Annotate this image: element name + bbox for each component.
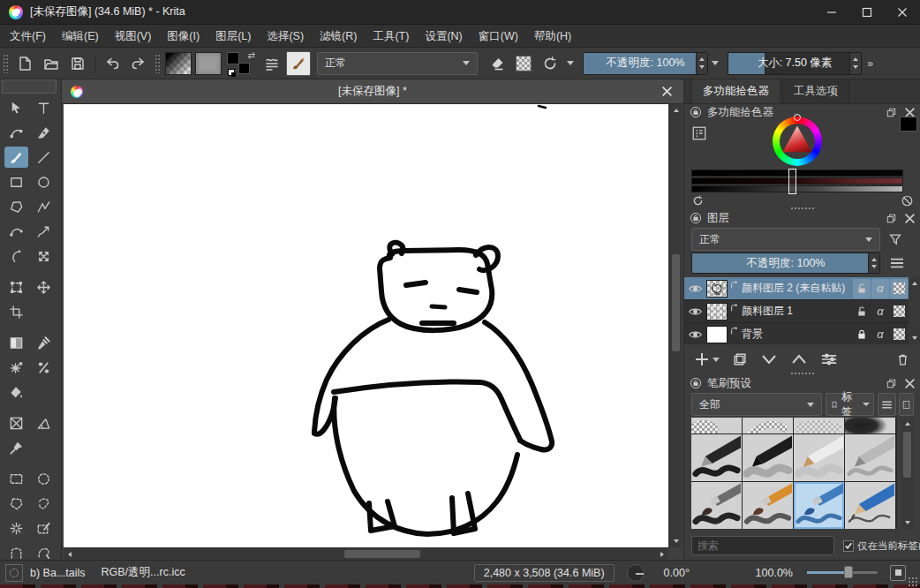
- dock-tab-color[interactable]: 多功能拾色器: [691, 79, 780, 103]
- tool-rect-select[interactable]: [4, 468, 28, 489]
- reload-preset-button[interactable]: [538, 51, 562, 76]
- reload-dropdown-arrow[interactable]: [564, 52, 577, 75]
- brush-preset-pencil-blue[interactable]: [845, 482, 895, 529]
- move-layer-up-button[interactable]: [790, 353, 808, 366]
- move-layer-down-button[interactable]: [760, 353, 778, 366]
- layer-row[interactable]: 颜料图层 1α: [684, 300, 909, 323]
- brush-preset-pen-silver[interactable]: [845, 434, 895, 481]
- layer-alpha-lock-icon[interactable]: α: [871, 279, 889, 298]
- strip-marker[interactable]: [788, 169, 796, 194]
- opacity-spinner[interactable]: [696, 53, 707, 74]
- menu-item-help[interactable]: 帮助(H): [526, 25, 579, 48]
- canvas-horizontal-scrollbar[interactable]: [64, 547, 668, 560]
- layer-opacity-spinner[interactable]: [868, 253, 879, 273]
- brush-preset-brush-dark[interactable]: [691, 482, 742, 529]
- tool-transform[interactable]: [4, 276, 28, 298]
- color-strip-1[interactable]: [691, 170, 903, 177]
- tool-freehand-brush[interactable]: [4, 147, 28, 168]
- layer-visibility-icon[interactable]: [686, 279, 704, 298]
- brush-preset-marker-soft[interactable]: [743, 434, 793, 481]
- tool-select-shapes[interactable]: [4, 97, 28, 118]
- layer-alpha-lock-icon[interactable]: α: [871, 302, 889, 321]
- zoom-slider[interactable]: [807, 571, 878, 574]
- brush-size-spinner[interactable]: [849, 53, 861, 74]
- layer-inherit-alpha-icon[interactable]: [890, 325, 908, 344]
- color-strip-2[interactable]: [691, 177, 903, 185]
- layer-thumbnail[interactable]: [706, 280, 728, 298]
- tool-text[interactable]: [32, 97, 56, 118]
- docker-lock-icon[interactable]: [690, 106, 702, 118]
- tool-bezier-select[interactable]: [32, 517, 56, 539]
- canvas-rotation-dial[interactable]: [627, 564, 645, 582]
- brush-view-menu-button[interactable]: [878, 393, 896, 416]
- layer-lock-icon[interactable]: [853, 325, 871, 344]
- selection-mode-icon[interactable]: [5, 564, 23, 582]
- save-button[interactable]: [65, 51, 90, 76]
- color-strip-3[interactable]: [691, 185, 903, 192]
- opacity-dropdown-arrow[interactable]: [709, 52, 721, 75]
- color-profile-label[interactable]: RGB/透明...rc.icc: [102, 565, 185, 580]
- eraser-mode-button[interactable]: [485, 51, 509, 76]
- undo-button[interactable]: [100, 51, 124, 76]
- brush-grid-scrollbar[interactable]: [901, 418, 914, 529]
- brush-search-input[interactable]: [691, 536, 834, 555]
- brush-preset-eraser-blob[interactable]: [691, 418, 742, 433]
- tool-calligraphy[interactable]: [32, 122, 56, 143]
- layer-opacity-slider[interactable]: 不透明度: 100%: [691, 253, 880, 274]
- search-scope-checkbox[interactable]: [843, 540, 854, 552]
- scroll-down-icon[interactable]: [671, 536, 682, 547]
- resize-grip[interactable]: [908, 577, 918, 587]
- layer-inherit-alpha-icon[interactable]: [890, 302, 908, 321]
- rotation-angle-value[interactable]: 0.00°: [664, 567, 705, 579]
- reset-colors-icon[interactable]: [228, 69, 235, 76]
- docker-close-icon[interactable]: [904, 213, 916, 224]
- scroll-down-icon[interactable]: [909, 333, 920, 343]
- layer-list-scrollbar[interactable]: [909, 277, 920, 344]
- scroll-up-icon[interactable]: [671, 105, 682, 116]
- opacity-slider[interactable]: 不透明度: 100%: [583, 52, 708, 75]
- hscroll-thumb[interactable]: [344, 550, 420, 558]
- tool-pattern-edit[interactable]: [4, 357, 28, 378]
- color-selector-settings-icon[interactable]: [691, 125, 707, 141]
- background-color-swatch[interactable]: [238, 63, 250, 74]
- tool-freehand-select[interactable]: [32, 493, 56, 514]
- menu-item-layer[interactable]: 图层(L): [207, 25, 259, 48]
- menu-item-image[interactable]: 图像(I): [159, 25, 207, 48]
- scroll-down-icon[interactable]: [902, 517, 913, 528]
- brush-preset-eraser-soft[interactable]: [794, 418, 844, 433]
- layer-blending-dropdown[interactable]: 正常: [691, 228, 880, 251]
- layer-thumbnail[interactable]: [706, 303, 728, 320]
- tool-rectangle[interactable]: [4, 171, 28, 192]
- brush-preset-button[interactable]: [286, 51, 311, 76]
- brush-preset-brush-orange[interactable]: [743, 482, 793, 529]
- tool-gradient[interactable]: [4, 332, 28, 353]
- brush-settings-button[interactable]: [260, 51, 284, 76]
- tool-color-sampler[interactable]: [32, 332, 56, 353]
- menu-item-filter[interactable]: 滤镜(R): [312, 25, 365, 48]
- color-wheel[interactable]: [773, 117, 822, 166]
- tool-multibrush[interactable]: [32, 245, 56, 267]
- layer-name[interactable]: 颜料图层 2 (来自粘贴): [742, 281, 853, 296]
- docker-lock-icon[interactable]: [690, 212, 702, 224]
- layer-name[interactable]: 背景: [742, 327, 853, 342]
- tool-ellipse-select[interactable]: [32, 468, 56, 489]
- document-tab-bar[interactable]: [未保存图像] *: [62, 79, 683, 104]
- layer-inherit-alpha-icon[interactable]: [890, 279, 908, 298]
- tool-edit-shapes[interactable]: [4, 122, 28, 143]
- layer-alpha-lock-icon[interactable]: α: [871, 325, 889, 344]
- scroll-up-icon[interactable]: [909, 278, 920, 289]
- open-document-button[interactable]: [39, 51, 64, 76]
- menu-item-edit[interactable]: 编辑(E): [54, 25, 107, 48]
- pattern-chooser[interactable]: [195, 52, 222, 75]
- swap-colors-icon[interactable]: ⇄: [248, 50, 255, 60]
- duplicate-layer-button[interactable]: [732, 351, 748, 367]
- brush-preset-pen-white[interactable]: [794, 434, 844, 481]
- scroll-up-icon[interactable]: [902, 418, 913, 429]
- tool-smart-patch[interactable]: [32, 357, 56, 378]
- tool-polygon-select[interactable]: [4, 493, 28, 514]
- menu-item-window[interactable]: 窗口(W): [471, 25, 526, 48]
- layers-header[interactable]: 图层: [684, 210, 920, 226]
- foreground-background-colors[interactable]: ⇄: [227, 51, 255, 76]
- docker-float-icon[interactable]: [886, 378, 897, 389]
- menu-item-settings[interactable]: 设置(N): [417, 25, 470, 48]
